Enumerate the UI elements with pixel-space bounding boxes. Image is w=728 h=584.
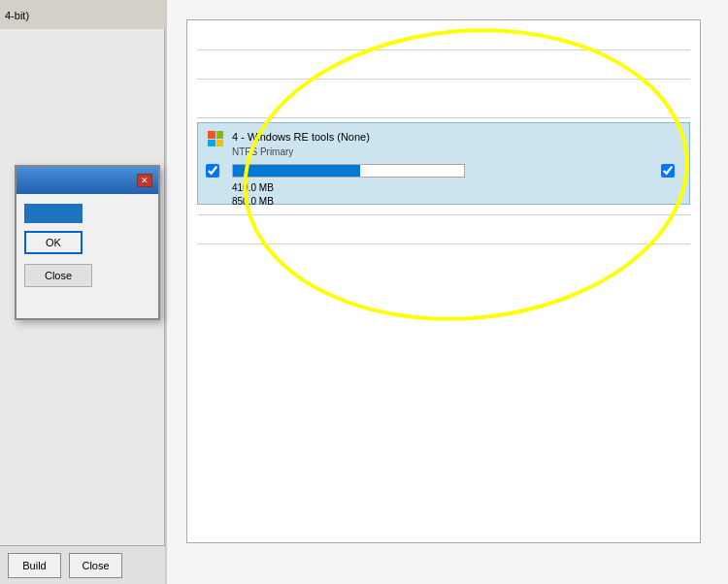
h-line-2: [197, 79, 690, 80]
size-total: 850.0 MB: [232, 195, 274, 209]
dialog-close-button[interactable]: ✕: [137, 174, 152, 187]
build-button[interactable]: Build: [8, 553, 61, 578]
h-line-4: [197, 214, 690, 215]
partition-row[interactable]: 4 - Windows RE tools (None) NTFS Primary…: [197, 122, 690, 205]
right-panel: 4 - Windows RE tools (None) NTFS Primary…: [165, 0, 728, 584]
size-used: 410.0 MB: [232, 181, 274, 195]
dialog-box: ✕ OK Close: [15, 165, 160, 320]
partition-subtitle: NTFS Primary: [232, 146, 293, 157]
h-line-3: [197, 117, 690, 118]
h-line-1: [197, 49, 690, 50]
bottom-bar: Build Close: [0, 545, 165, 584]
content-area: 4 - Windows RE tools (None) NTFS Primary…: [186, 19, 701, 543]
partition-checkbox-right[interactable]: [661, 164, 675, 178]
partition-name-sep: -: [241, 131, 248, 143]
ok-button[interactable]: OK: [24, 231, 83, 254]
arch-label: 4-bit): [5, 10, 29, 21]
progress-bar-fill: [233, 165, 360, 177]
dialog-blue-bar: [24, 204, 83, 223]
dialog-close-button-inner[interactable]: Close: [24, 264, 92, 287]
dialog-title-bar: ✕: [17, 167, 158, 194]
close-button[interactable]: Close: [69, 553, 122, 578]
partition-number: 4: [232, 131, 238, 143]
progress-bar-container: [232, 164, 465, 178]
size-info: 410.0 MB 850.0 MB: [232, 181, 274, 209]
partition-checkbox-left[interactable]: [206, 164, 219, 178]
partition-name: Windows RE tools (None): [248, 131, 370, 143]
windows-icon: [208, 131, 227, 150]
main-window: 4-bit) ✕ OK Close Build Close: [0, 0, 728, 584]
left-panel: 4-bit) ✕ OK Close Build Close: [0, 0, 165, 584]
h-line-5: [197, 243, 690, 244]
partition-title: 4 - Windows RE tools (None): [232, 131, 370, 143]
dialog-content: OK Close: [17, 194, 158, 297]
